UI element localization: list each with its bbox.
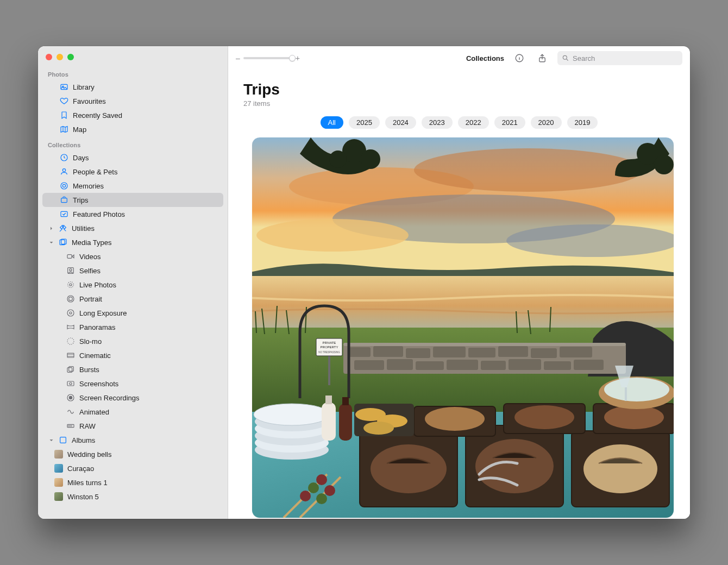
view-mode-label[interactable]: Collections	[466, 54, 504, 62]
svg-point-42	[654, 155, 674, 174]
sidebar-item-bursts[interactable]: Bursts	[42, 362, 223, 376]
search-input[interactable]	[573, 54, 678, 62]
zoom-slider[interactable]: – +	[236, 54, 300, 62]
featured-icon	[60, 210, 68, 218]
sidebar-item-favourites[interactable]: Favourites	[42, 94, 223, 108]
heart-icon	[60, 97, 68, 105]
sidebar-album-miles-turns-1[interactable]: Miles turns 1	[42, 475, 223, 489]
search-field[interactable]	[557, 51, 682, 65]
svg-point-37	[506, 224, 674, 257]
svg-point-31	[563, 55, 567, 59]
sidebar-item-label: Selfies	[79, 267, 101, 275]
search-icon	[562, 54, 569, 62]
filter-all[interactable]: All	[321, 116, 343, 129]
sidebar-item-recently-saved[interactable]: Recently Saved	[42, 108, 223, 122]
screen-recordings-icon	[66, 393, 75, 402]
svg-rect-55	[373, 346, 403, 357]
svg-point-14	[68, 282, 74, 288]
svg-rect-54	[349, 347, 371, 357]
svg-point-87	[514, 405, 574, 429]
filter-2023[interactable]: 2023	[422, 116, 453, 129]
sidebar-item-albums[interactable]: Albums	[42, 433, 223, 447]
sidebar-item-videos[interactable]: Videos	[42, 249, 223, 263]
albums-icon	[59, 436, 67, 444]
svg-rect-60	[531, 348, 557, 358]
sidebar-item-live-photos[interactable]: Live Photos	[42, 278, 223, 292]
svg-rect-7	[61, 211, 67, 216]
sidebar-album-wedding-bells[interactable]: Wedding bells	[42, 447, 223, 461]
sidebar-item-featured-photos[interactable]: Featured Photos	[42, 207, 223, 221]
memories-icon	[60, 181, 68, 190]
svg-point-36	[256, 219, 409, 252]
sidebar-item-raw[interactable]: RAW	[42, 419, 223, 433]
zoom-thumb[interactable]	[289, 55, 296, 61]
svg-point-34	[414, 148, 642, 192]
svg-point-18	[67, 310, 74, 316]
filter-2020[interactable]: 2020	[531, 116, 562, 129]
sidebar-item-label: Bursts	[79, 366, 99, 374]
sidebar-item-label: Long Exposure	[79, 309, 127, 317]
maximize-button[interactable]	[67, 54, 74, 60]
svg-point-4	[62, 184, 65, 187]
sidebar-item-memories[interactable]: Memories	[42, 179, 223, 193]
sidebar-item-people-pets[interactable]: People & Pets	[42, 165, 223, 179]
sidebar-item-screen-recordings[interactable]: Screen Recordings	[42, 391, 223, 405]
svg-rect-102	[342, 397, 349, 405]
sidebar-album-curacao[interactable]: Curaçao	[42, 461, 223, 475]
sidebar-item-map[interactable]: Map	[42, 122, 223, 136]
toolbar: – + Collections	[228, 46, 690, 70]
album-thumbnail	[54, 464, 63, 473]
sidebar-item-label: Wedding bells	[67, 450, 111, 459]
sidebar-item-cinematic[interactable]: Cinematic	[42, 348, 223, 362]
svg-point-98	[254, 404, 330, 425]
sidebar-item-label: Memories	[73, 182, 104, 190]
sidebar-item-label: Winston 5	[67, 493, 99, 501]
sidebar-item-slo-mo[interactable]: Slo-mo	[42, 334, 223, 348]
svg-rect-66	[481, 361, 506, 370]
sidebar-item-label: Live Photos	[79, 281, 116, 289]
sidebar-item-trips[interactable]: Trips	[42, 193, 223, 207]
svg-text:NO TRESPASSING: NO TRESPASSING	[318, 351, 340, 354]
sidebar-item-days[interactable]: Days	[42, 150, 223, 165]
section-header-photos: Photos	[42, 66, 223, 80]
filter-2022[interactable]: 2022	[458, 116, 489, 129]
library-icon	[60, 83, 68, 91]
sidebar-item-library[interactable]: Library	[42, 80, 223, 94]
info-button[interactable]	[512, 51, 527, 66]
sidebar-album-winston-5[interactable]: Winston 5	[42, 489, 223, 504]
sidebar-item-label: Utilities	[72, 224, 95, 233]
trip-card[interactable]: PRIVATE PROPERTY NO TRESPASSING	[252, 137, 674, 518]
trip-cover-photo: PRIVATE PROPERTY NO TRESPASSING	[252, 137, 674, 518]
sidebar-item-selfies[interactable]: Selfies	[42, 263, 223, 278]
filter-2019[interactable]: 2019	[567, 116, 598, 129]
sidebar-item-media-types[interactable]: Media Types	[42, 235, 223, 249]
filter-2024[interactable]: 2024	[385, 116, 416, 129]
filter-2021[interactable]: 2021	[494, 116, 525, 129]
sidebar-item-label: Portrait	[79, 295, 102, 303]
zoom-plus: +	[296, 54, 300, 62]
chevron-down-icon	[48, 438, 54, 443]
svg-point-39	[361, 149, 380, 169]
svg-point-26	[69, 396, 72, 399]
sidebar-item-screenshots[interactable]: Screenshots	[42, 376, 223, 391]
sidebar-item-long-exposure[interactable]: Long Exposure	[42, 306, 223, 320]
sidebar-item-animated[interactable]: Animated	[42, 405, 223, 419]
svg-rect-56	[406, 348, 430, 358]
portrait-icon	[66, 294, 75, 303]
filter-2025[interactable]: 2025	[349, 116, 380, 129]
sidebar-item-panoramas[interactable]: Panoramas	[42, 320, 223, 334]
svg-rect-67	[509, 359, 541, 370]
sidebar-item-utilities[interactable]: Utilities	[42, 221, 223, 235]
info-icon	[514, 53, 524, 63]
svg-point-111	[316, 493, 327, 504]
svg-point-12	[70, 269, 72, 271]
svg-point-3	[62, 169, 65, 172]
content-area: Trips 27 items All 2025 2024 2023 2022 2…	[228, 70, 690, 519]
sidebar-item-portrait[interactable]: Portrait	[42, 292, 223, 306]
share-button[interactable]	[535, 51, 550, 66]
svg-rect-23	[67, 381, 74, 386]
svg-rect-62	[354, 360, 384, 370]
minimize-button[interactable]	[57, 54, 63, 60]
animated-icon	[66, 407, 75, 416]
close-button[interactable]	[46, 54, 52, 60]
